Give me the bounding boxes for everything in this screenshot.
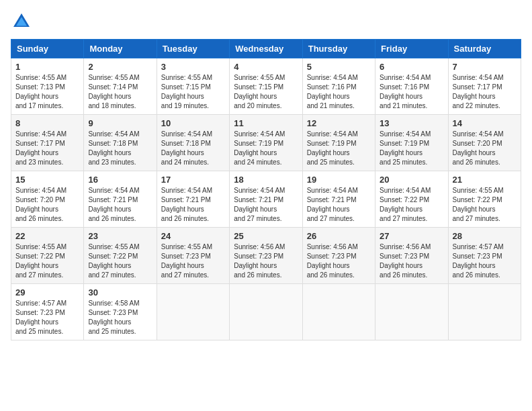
day-info: Sunrise: 4:54 AMSunset: 7:17 PMDaylight … (453, 74, 504, 109)
calendar-cell (448, 284, 521, 340)
day-number: 2 (88, 62, 152, 72)
day-info: Sunrise: 4:54 AMSunset: 7:20 PMDaylight … (453, 130, 504, 166)
day-number: 17 (161, 175, 225, 185)
day-info: Sunrise: 4:54 AMSunset: 7:19 PMDaylight … (234, 130, 285, 166)
calendar-cell: 11 Sunrise: 4:54 AMSunset: 7:19 PMDaylig… (230, 115, 302, 171)
day-number: 13 (380, 118, 443, 128)
day-info: Sunrise: 4:55 AMSunset: 7:22 PMDaylight … (453, 187, 504, 222)
day-info: Sunrise: 4:54 AMSunset: 7:21 PMDaylight … (307, 187, 358, 222)
calendar-cell: 4 Sunrise: 4:55 AMSunset: 7:15 PMDayligh… (230, 58, 302, 115)
calendar-cell: 26 Sunrise: 4:56 AMSunset: 7:23 PMDaylig… (302, 228, 375, 284)
calendar-cell (302, 284, 375, 340)
day-info: Sunrise: 4:56 AMSunset: 7:23 PMDaylight … (234, 243, 285, 279)
calendar-cell: 6 Sunrise: 4:54 AMSunset: 7:16 PMDayligh… (375, 58, 448, 115)
calendar-cell: 23 Sunrise: 4:55 AMSunset: 7:22 PMDaylig… (84, 228, 157, 284)
calendar-cell: 18 Sunrise: 4:54 AMSunset: 7:21 PMDaylig… (230, 171, 302, 228)
calendar-cell (157, 284, 229, 340)
weekday-header: Thursday (302, 40, 375, 58)
day-info: Sunrise: 4:54 AMSunset: 7:19 PMDaylight … (307, 130, 358, 166)
day-number: 12 (307, 118, 371, 128)
day-info: Sunrise: 4:55 AMSunset: 7:15 PMDaylight … (234, 74, 285, 109)
day-info: Sunrise: 4:58 AMSunset: 7:23 PMDaylight … (88, 300, 139, 335)
day-info: Sunrise: 4:54 AMSunset: 7:18 PMDaylight … (88, 130, 139, 166)
calendar-cell: 28 Sunrise: 4:57 AMSunset: 7:23 PMDaylig… (448, 228, 521, 284)
day-number: 8 (15, 118, 79, 128)
day-info: Sunrise: 4:54 AMSunset: 7:18 PMDaylight … (161, 130, 212, 166)
calendar-week: 1 Sunrise: 4:55 AMSunset: 7:13 PMDayligh… (11, 58, 521, 115)
calendar-cell: 24 Sunrise: 4:55 AMSunset: 7:23 PMDaylig… (157, 228, 229, 284)
day-number: 24 (161, 231, 225, 241)
calendar-cell: 9 Sunrise: 4:54 AMSunset: 7:18 PMDayligh… (84, 115, 157, 171)
day-number: 30 (88, 287, 152, 298)
day-info: Sunrise: 4:54 AMSunset: 7:16 PMDaylight … (307, 74, 358, 109)
day-info: Sunrise: 4:54 AMSunset: 7:22 PMDaylight … (380, 187, 431, 222)
calendar-week: 8 Sunrise: 4:54 AMSunset: 7:17 PMDayligh… (11, 115, 521, 171)
day-info: Sunrise: 4:55 AMSunset: 7:23 PMDaylight … (161, 243, 212, 279)
day-info: Sunrise: 4:54 AMSunset: 7:19 PMDaylight … (380, 130, 431, 166)
calendar-cell (375, 284, 448, 340)
calendar-week: 15 Sunrise: 4:54 AMSunset: 7:20 PMDaylig… (11, 171, 521, 228)
calendar-cell: 10 Sunrise: 4:54 AMSunset: 7:18 PMDaylig… (157, 115, 229, 171)
day-number: 10 (161, 118, 225, 128)
weekday-header: Sunday (11, 40, 84, 58)
calendar-cell: 8 Sunrise: 4:54 AMSunset: 7:17 PMDayligh… (11, 115, 84, 171)
day-number: 4 (234, 62, 298, 72)
weekday-header: Wednesday (230, 40, 302, 58)
day-info: Sunrise: 4:55 AMSunset: 7:15 PMDaylight … (161, 74, 212, 109)
day-number: 1 (15, 62, 79, 72)
calendar-cell: 16 Sunrise: 4:54 AMSunset: 7:21 PMDaylig… (84, 171, 157, 228)
day-number: 28 (453, 231, 517, 241)
day-number: 9 (88, 118, 152, 128)
calendar-cell: 27 Sunrise: 4:56 AMSunset: 7:23 PMDaylig… (375, 228, 448, 284)
day-info: Sunrise: 4:54 AMSunset: 7:21 PMDaylight … (88, 187, 139, 222)
day-number: 29 (15, 287, 79, 298)
calendar-cell: 7 Sunrise: 4:54 AMSunset: 7:17 PMDayligh… (448, 58, 521, 115)
day-info: Sunrise: 4:55 AMSunset: 7:14 PMDaylight … (88, 74, 139, 109)
day-number: 21 (453, 175, 517, 185)
day-info: Sunrise: 4:55 AMSunset: 7:13 PMDaylight … (15, 74, 66, 109)
logo (11, 11, 35, 32)
page-header (11, 11, 521, 32)
day-info: Sunrise: 4:55 AMSunset: 7:22 PMDaylight … (15, 243, 66, 279)
calendar-cell: 1 Sunrise: 4:55 AMSunset: 7:13 PMDayligh… (11, 58, 84, 115)
calendar-cell: 13 Sunrise: 4:54 AMSunset: 7:19 PMDaylig… (375, 115, 448, 171)
day-number: 19 (307, 175, 371, 185)
day-info: Sunrise: 4:54 AMSunset: 7:21 PMDaylight … (161, 187, 212, 222)
day-number: 7 (453, 62, 517, 72)
day-number: 25 (234, 231, 298, 241)
calendar-cell: 22 Sunrise: 4:55 AMSunset: 7:22 PMDaylig… (11, 228, 84, 284)
calendar-cell: 19 Sunrise: 4:54 AMSunset: 7:21 PMDaylig… (302, 171, 375, 228)
calendar-week: 22 Sunrise: 4:55 AMSunset: 7:22 PMDaylig… (11, 228, 521, 284)
calendar-cell: 30 Sunrise: 4:58 AMSunset: 7:23 PMDaylig… (84, 284, 157, 340)
calendar-cell: 14 Sunrise: 4:54 AMSunset: 7:20 PMDaylig… (448, 115, 521, 171)
day-info: Sunrise: 4:54 AMSunset: 7:17 PMDaylight … (15, 130, 66, 166)
day-number: 6 (380, 62, 443, 72)
day-info: Sunrise: 4:57 AMSunset: 7:23 PMDaylight … (453, 243, 504, 279)
day-number: 15 (15, 175, 79, 185)
calendar-cell (230, 284, 302, 340)
day-info: Sunrise: 4:54 AMSunset: 7:20 PMDaylight … (15, 187, 66, 222)
calendar-cell: 12 Sunrise: 4:54 AMSunset: 7:19 PMDaylig… (302, 115, 375, 171)
day-info: Sunrise: 4:54 AMSunset: 7:16 PMDaylight … (380, 74, 431, 109)
day-info: Sunrise: 4:55 AMSunset: 7:22 PMDaylight … (88, 243, 139, 279)
weekday-header: Saturday (448, 40, 521, 58)
calendar-cell: 15 Sunrise: 4:54 AMSunset: 7:20 PMDaylig… (11, 171, 84, 228)
calendar-header: SundayMondayTuesdayWednesdayThursdayFrid… (11, 40, 521, 58)
day-number: 23 (88, 231, 152, 241)
calendar-cell: 3 Sunrise: 4:55 AMSunset: 7:15 PMDayligh… (157, 58, 229, 115)
day-info: Sunrise: 4:54 AMSunset: 7:21 PMDaylight … (234, 187, 285, 222)
day-number: 11 (234, 118, 298, 128)
day-info: Sunrise: 4:56 AMSunset: 7:23 PMDaylight … (307, 243, 358, 279)
calendar-cell: 29 Sunrise: 4:57 AMSunset: 7:23 PMDaylig… (11, 284, 84, 340)
calendar-cell: 5 Sunrise: 4:54 AMSunset: 7:16 PMDayligh… (302, 58, 375, 115)
logo-icon (11, 11, 32, 32)
day-number: 14 (453, 118, 517, 128)
day-number: 16 (88, 175, 152, 185)
weekday-header: Monday (84, 40, 157, 58)
day-number: 5 (307, 62, 371, 72)
day-number: 26 (307, 231, 371, 241)
calendar-body: 1 Sunrise: 4:55 AMSunset: 7:13 PMDayligh… (11, 58, 521, 340)
calendar-cell: 17 Sunrise: 4:54 AMSunset: 7:21 PMDaylig… (157, 171, 229, 228)
day-info: Sunrise: 4:56 AMSunset: 7:23 PMDaylight … (380, 243, 431, 279)
weekday-row: SundayMondayTuesdayWednesdayThursdayFrid… (11, 40, 521, 58)
